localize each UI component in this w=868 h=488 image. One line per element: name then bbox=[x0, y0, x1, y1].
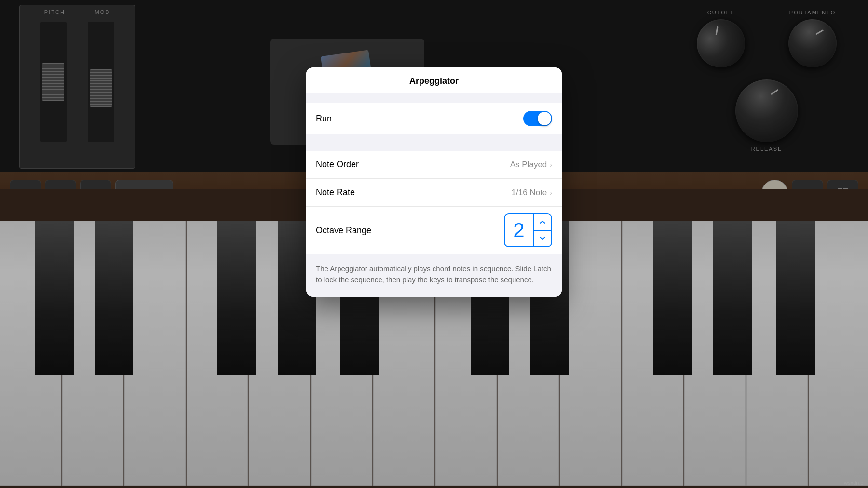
modal-description: The Arpeggiator automatically plays chor… bbox=[316, 264, 551, 284]
octave-range-label: Octave Range bbox=[316, 225, 371, 236]
section-divider-1 bbox=[306, 134, 562, 151]
stepper-increment-button[interactable] bbox=[534, 214, 551, 231]
run-label: Run bbox=[316, 114, 332, 124]
stepper-decrement-button[interactable] bbox=[534, 231, 551, 247]
note-rate-label: Note Rate bbox=[316, 187, 355, 198]
note-rate-text: 1/16 Note bbox=[512, 188, 547, 198]
run-toggle[interactable] bbox=[523, 111, 552, 126]
note-order-value[interactable]: As Played › bbox=[510, 160, 552, 170]
chevron-down-icon bbox=[540, 237, 545, 240]
octave-range-stepper[interactable]: 2 bbox=[504, 213, 552, 247]
note-rate-chevron: › bbox=[550, 189, 552, 197]
chevron-up-icon bbox=[540, 220, 545, 224]
run-row: Run bbox=[306, 103, 562, 134]
octave-range-value: 2 bbox=[505, 219, 533, 242]
modal-footer: The Arpeggiator automatically plays chor… bbox=[306, 254, 562, 297]
note-order-row[interactable]: Note Order As Played › bbox=[306, 151, 562, 179]
modal-header: Arpeggiator bbox=[306, 67, 562, 93]
stepper-buttons bbox=[533, 214, 551, 246]
run-section-spacer bbox=[306, 93, 562, 103]
note-order-text: As Played bbox=[510, 160, 547, 170]
modal-title: Arpeggiator bbox=[409, 76, 459, 86]
arpeggiator-modal: Arpeggiator Run Note Order As Played › N… bbox=[306, 67, 562, 297]
note-order-label: Note Order bbox=[316, 159, 359, 170]
note-rate-row[interactable]: Note Rate 1/16 Note › bbox=[306, 179, 562, 207]
octave-range-row: Octave Range 2 bbox=[306, 207, 562, 254]
note-order-chevron: › bbox=[550, 161, 552, 169]
note-order-section: Note Order As Played › Note Rate 1/16 No… bbox=[306, 151, 562, 254]
toggle-knob bbox=[538, 112, 551, 125]
run-section: Run bbox=[306, 103, 562, 134]
note-rate-value[interactable]: 1/16 Note › bbox=[512, 188, 552, 198]
